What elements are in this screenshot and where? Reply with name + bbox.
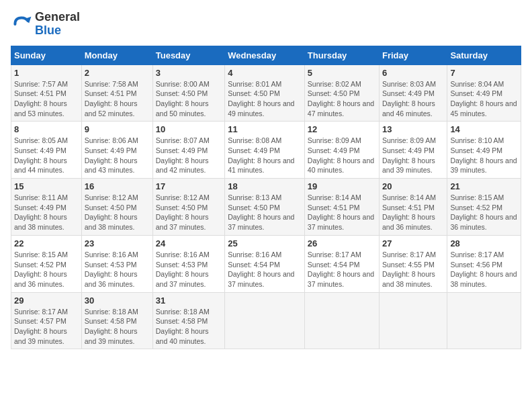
calendar-day-cell: 1Sunrise: 7:57 AMSunset: 4:51 PMDaylight… xyxy=(11,64,82,122)
day-number: 14 xyxy=(450,124,518,134)
calendar-day-cell xyxy=(380,292,447,349)
calendar-week-row: 1Sunrise: 7:57 AMSunset: 4:51 PMDaylight… xyxy=(11,64,521,122)
calendar-day-cell xyxy=(447,292,521,349)
calendar-day-cell: 4Sunrise: 8:01 AMSunset: 4:50 PMDaylight… xyxy=(225,64,305,122)
day-info: Sunrise: 8:02 AMSunset: 4:50 PMDaylight:… xyxy=(308,79,376,119)
day-info: Sunrise: 8:01 AMSunset: 4:50 PMDaylight:… xyxy=(228,79,302,119)
day-number: 15 xyxy=(14,181,79,191)
day-info: Sunrise: 8:16 AMSunset: 4:53 PMDaylight:… xyxy=(156,250,222,289)
day-number: 16 xyxy=(85,181,150,191)
day-of-week-header: Friday xyxy=(380,46,447,64)
day-of-week-header: Wednesday xyxy=(225,46,305,64)
day-number: 25 xyxy=(228,238,302,248)
calendar-day-cell: 6Sunrise: 8:03 AMSunset: 4:49 PMDaylight… xyxy=(380,64,447,122)
day-info: Sunrise: 8:03 AMSunset: 4:49 PMDaylight:… xyxy=(382,79,444,119)
day-of-week-header: Thursday xyxy=(304,46,379,64)
calendar-day-cell: 31Sunrise: 8:18 AMSunset: 4:58 PMDayligh… xyxy=(152,292,224,349)
day-info: Sunrise: 8:12 AMSunset: 4:50 PMDaylight:… xyxy=(156,193,222,232)
day-of-week-header: Monday xyxy=(81,46,152,64)
day-info: Sunrise: 8:17 AMSunset: 4:56 PMDaylight:… xyxy=(450,250,518,289)
calendar-day-cell: 18Sunrise: 8:13 AMSunset: 4:50 PMDayligh… xyxy=(225,179,305,236)
calendar-day-cell: 11Sunrise: 8:08 AMSunset: 4:49 PMDayligh… xyxy=(225,122,305,179)
calendar-week-row: 22Sunrise: 8:15 AMSunset: 4:52 PMDayligh… xyxy=(11,235,521,292)
calendar-day-cell: 25Sunrise: 8:16 AMSunset: 4:54 PMDayligh… xyxy=(225,235,305,292)
day-info: Sunrise: 7:58 AMSunset: 4:51 PMDaylight:… xyxy=(85,79,150,119)
day-number: 1 xyxy=(14,68,79,78)
day-info: Sunrise: 8:04 AMSunset: 4:49 PMDaylight:… xyxy=(450,79,518,119)
day-number: 24 xyxy=(156,238,222,248)
calendar-day-cell: 30Sunrise: 8:18 AMSunset: 4:58 PMDayligh… xyxy=(81,292,152,349)
day-of-week-header: Sunday xyxy=(11,46,82,64)
page-header: General Blue xyxy=(11,11,521,38)
day-of-week-header: Tuesday xyxy=(152,46,224,64)
day-number: 26 xyxy=(308,238,376,248)
day-info: Sunrise: 8:13 AMSunset: 4:50 PMDaylight:… xyxy=(228,193,302,232)
calendar-day-cell: 20Sunrise: 8:14 AMSunset: 4:51 PMDayligh… xyxy=(380,179,447,236)
day-number: 18 xyxy=(228,181,302,191)
day-number: 12 xyxy=(308,124,376,134)
day-number: 22 xyxy=(14,238,79,248)
day-number: 20 xyxy=(382,181,444,191)
day-number: 4 xyxy=(228,68,302,78)
day-info: Sunrise: 8:08 AMSunset: 4:49 PMDaylight:… xyxy=(228,136,302,175)
calendar-table: SundayMondayTuesdayWednesdayThursdayFrid… xyxy=(11,46,521,350)
day-info: Sunrise: 8:12 AMSunset: 4:50 PMDaylight:… xyxy=(85,193,150,232)
day-info: Sunrise: 8:06 AMSunset: 4:49 PMDaylight:… xyxy=(85,136,150,175)
calendar-day-cell: 17Sunrise: 8:12 AMSunset: 4:50 PMDayligh… xyxy=(152,179,224,236)
day-number: 5 xyxy=(308,68,376,78)
day-number: 3 xyxy=(156,68,222,78)
day-info: Sunrise: 8:18 AMSunset: 4:58 PMDaylight:… xyxy=(156,307,222,347)
day-info: Sunrise: 8:10 AMSunset: 4:49 PMDaylight:… xyxy=(450,136,518,175)
day-info: Sunrise: 8:14 AMSunset: 4:51 PMDaylight:… xyxy=(382,193,444,232)
day-info: Sunrise: 8:16 AMSunset: 4:53 PMDaylight:… xyxy=(85,250,150,289)
calendar-day-cell: 12Sunrise: 8:09 AMSunset: 4:49 PMDayligh… xyxy=(304,122,379,179)
day-info: Sunrise: 8:09 AMSunset: 4:49 PMDaylight:… xyxy=(382,136,444,175)
calendar-day-cell: 5Sunrise: 8:02 AMSunset: 4:50 PMDaylight… xyxy=(304,64,379,122)
calendar-day-cell: 29Sunrise: 8:17 AMSunset: 4:57 PMDayligh… xyxy=(11,292,82,349)
calendar-day-cell: 14Sunrise: 8:10 AMSunset: 4:49 PMDayligh… xyxy=(447,122,521,179)
day-info: Sunrise: 8:00 AMSunset: 4:50 PMDaylight:… xyxy=(156,79,222,119)
day-info: Sunrise: 8:17 AMSunset: 4:54 PMDaylight:… xyxy=(308,250,376,289)
calendar-day-cell: 8Sunrise: 8:05 AMSunset: 4:49 PMDaylight… xyxy=(11,122,82,179)
calendar-day-cell: 16Sunrise: 8:12 AMSunset: 4:50 PMDayligh… xyxy=(81,179,152,236)
day-number: 21 xyxy=(450,181,518,191)
logo-text: General Blue xyxy=(35,11,80,38)
day-number: 28 xyxy=(450,238,518,248)
day-number: 30 xyxy=(85,295,150,306)
day-number: 31 xyxy=(156,295,222,306)
logo-icon xyxy=(11,13,32,35)
day-number: 2 xyxy=(85,68,150,78)
day-info: Sunrise: 8:15 AMSunset: 4:52 PMDaylight:… xyxy=(14,250,79,289)
day-number: 17 xyxy=(156,181,222,191)
day-info: Sunrise: 8:11 AMSunset: 4:49 PMDaylight:… xyxy=(14,193,79,232)
day-info: Sunrise: 8:17 AMSunset: 4:55 PMDaylight:… xyxy=(382,250,444,289)
calendar-day-cell: 7Sunrise: 8:04 AMSunset: 4:49 PMDaylight… xyxy=(447,64,521,122)
day-info: Sunrise: 8:18 AMSunset: 4:58 PMDaylight:… xyxy=(85,307,150,347)
calendar-day-cell: 28Sunrise: 8:17 AMSunset: 4:56 PMDayligh… xyxy=(447,235,521,292)
calendar-day-cell xyxy=(304,292,379,349)
day-info: Sunrise: 8:15 AMSunset: 4:52 PMDaylight:… xyxy=(450,193,518,232)
calendar-day-cell: 2Sunrise: 7:58 AMSunset: 4:51 PMDaylight… xyxy=(81,64,152,122)
calendar-day-cell: 24Sunrise: 8:16 AMSunset: 4:53 PMDayligh… xyxy=(152,235,224,292)
logo: General Blue xyxy=(11,11,80,38)
day-info: Sunrise: 8:05 AMSunset: 4:49 PMDaylight:… xyxy=(14,136,79,175)
calendar-day-cell xyxy=(225,292,305,349)
day-info: Sunrise: 8:17 AMSunset: 4:57 PMDaylight:… xyxy=(14,307,79,347)
day-of-week-header: Saturday xyxy=(447,46,521,64)
day-number: 27 xyxy=(382,238,444,248)
calendar-day-cell: 21Sunrise: 8:15 AMSunset: 4:52 PMDayligh… xyxy=(447,179,521,236)
day-number: 9 xyxy=(85,124,150,134)
calendar-week-row: 29Sunrise: 8:17 AMSunset: 4:57 PMDayligh… xyxy=(11,292,521,349)
calendar-day-cell: 10Sunrise: 8:07 AMSunset: 4:49 PMDayligh… xyxy=(152,122,224,179)
calendar-week-row: 8Sunrise: 8:05 AMSunset: 4:49 PMDaylight… xyxy=(11,122,521,179)
day-number: 13 xyxy=(382,124,444,134)
day-info: Sunrise: 8:07 AMSunset: 4:49 PMDaylight:… xyxy=(156,136,222,175)
calendar-day-cell: 23Sunrise: 8:16 AMSunset: 4:53 PMDayligh… xyxy=(81,235,152,292)
calendar-day-cell: 9Sunrise: 8:06 AMSunset: 4:49 PMDaylight… xyxy=(81,122,152,179)
day-number: 6 xyxy=(382,68,444,78)
calendar-day-cell: 15Sunrise: 8:11 AMSunset: 4:49 PMDayligh… xyxy=(11,179,82,236)
day-number: 23 xyxy=(85,238,150,248)
day-number: 19 xyxy=(308,181,376,191)
calendar-day-cell: 26Sunrise: 8:17 AMSunset: 4:54 PMDayligh… xyxy=(304,235,379,292)
day-info: Sunrise: 8:09 AMSunset: 4:49 PMDaylight:… xyxy=(308,136,376,175)
